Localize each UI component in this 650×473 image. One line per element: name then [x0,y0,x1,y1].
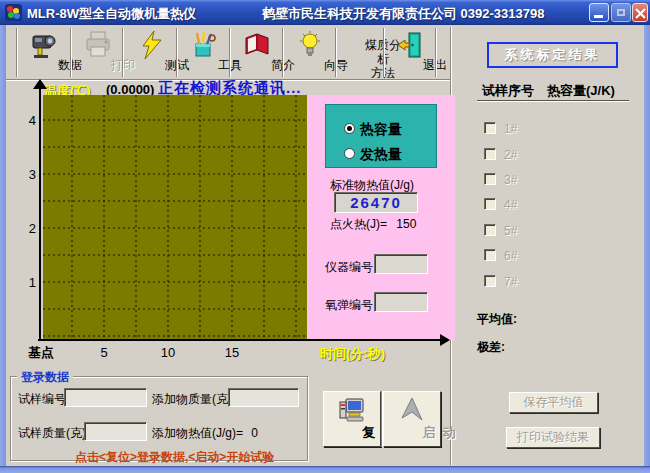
start-button[interactable]: 启 动 [383,391,441,447]
toolbar-button-test[interactable]: 测试 [124,28,177,77]
checkbox-icon [484,275,496,287]
instrument-no-label: 仪器编号 [325,259,373,276]
print-results-button[interactable]: 打印试验结果 [506,427,600,448]
ignition-heat-row: 点火热(J)= 150 [330,216,416,233]
ignition-heat-value: 150 [396,217,416,231]
additive-mass-input[interactable] [228,388,299,407]
titlebar: MLR-8W型全自动微机量热仪 鹤壁市民生科技开发有限责任公司 0392-331… [0,0,650,25]
radio-label: 热容量 [360,121,402,139]
toolbar-button-wizard[interactable]: 向导 [284,28,336,77]
checkbox-icon [484,249,496,261]
close-icon [635,8,646,19]
y-tick: 1 [16,275,36,290]
radio-unselected-icon [344,148,355,159]
y-axis-line [39,88,41,340]
mode-selector-box: 热容量 发热量 [325,104,437,168]
additive-heat-label: 添加物热值(J/g)= [152,426,243,440]
x-axis-line [38,339,442,341]
reset-button[interactable]: 复 位 [323,391,381,447]
y-tick: 3 [16,167,36,182]
bomb-no-label: 氧弹编号 [325,297,373,314]
checkbox-icon [484,173,496,185]
sample-mass-label: 试样质量(克) [18,425,86,442]
standard-heat-value-field[interactable]: 26470 [334,192,418,213]
y-tick: 4 [16,113,36,128]
login-data-title: 登录数据 [17,369,73,386]
sample-mass-input[interactable] [84,422,147,441]
checkbox-icon [484,122,496,134]
radio-label: 发热量 [360,146,402,164]
tools-icon [190,30,218,60]
save-average-button[interactable]: 保存平均值 [509,392,598,413]
origin-label: 基点 [28,344,54,362]
range-label: 极差: [477,339,505,356]
sample-no-label: 试样编号 [18,391,66,408]
sample-label: 2# [504,148,517,162]
header-underline [477,100,629,102]
maximize-button[interactable] [611,3,631,22]
close-button[interactable] [632,3,648,22]
book-icon [243,30,271,60]
minimize-button[interactable] [589,3,609,22]
y-axis-arrow-icon [33,79,47,89]
toolbar-button-intro[interactable]: 简介 [231,28,283,77]
toolbar-separator [435,28,437,77]
window-border-left [0,25,6,466]
column-header-sample: 试样序号 [482,82,534,100]
toolbar-button-exit[interactable]: 退出 [385,28,435,77]
sample-label: 4# [504,198,517,212]
sample-label: 5# [504,224,517,238]
sample-label: 6# [504,249,517,263]
ignition-heat-label: 点火热(J)= [330,217,387,231]
x-tick: 10 [159,345,177,360]
x-axis-title: 时间(分:秒) [320,345,385,363]
x-tick: 15 [223,345,241,360]
additive-mass-label: 添加物质量(克) [152,391,232,408]
additive-heat-row: 添加物热值(J/g)= 0 [152,425,258,442]
toolbar-button-tools[interactable]: 工具 [178,28,230,77]
start-button-label: 启 动 [412,424,468,442]
bomb-no-input[interactable] [374,292,428,312]
toolbar-button-data[interactable]: 数据 [18,28,70,77]
instrument-no-input[interactable] [374,254,428,274]
plot-area [43,95,307,340]
average-label: 平均值: [477,311,517,328]
exit-door-icon [396,30,424,60]
x-tick: 5 [95,345,113,360]
printer-icon [84,30,112,60]
sample-label: 7# [504,275,517,289]
computer-icon [338,396,366,424]
wizard-bulb-icon [296,30,324,60]
y-tick: 2 [16,221,36,236]
calibration-title: 系统标定结果 [487,42,618,68]
sample-no-input[interactable] [64,388,147,407]
additive-heat-value: 0 [251,426,258,440]
radio-selected-icon [344,123,355,134]
minimize-icon [594,15,603,18]
sample-label: 3# [504,173,517,187]
checkbox-icon [484,224,496,236]
app-icon [5,4,22,21]
sample-label: 1# [504,122,517,136]
window-title: MLR-8W型全自动微机量热仪 [27,5,196,23]
window-border-right [644,25,650,466]
window-company-text: 鹤壁市民生科技开发有限责任公司 0392-3313798 [262,5,544,23]
graph-grid [43,95,307,340]
app-window: MLR-8W型全自动微机量热仪 鹤壁市民生科技开发有限责任公司 0392-331… [0,0,650,473]
window-border-bottom [0,466,650,473]
checkbox-icon [484,148,496,160]
operation-hint: 点击<复位>登录数据,<启动>开始试验 [75,449,274,466]
start-arrow-icon [398,396,426,424]
toolbar-button-print[interactable]: 打印 [72,28,123,77]
column-header-capacity: 热容量(J/K) [547,82,615,100]
checkbox-icon [484,198,496,210]
toolbar-button-coal-analysis[interactable]: 煤质分析 方法 [337,28,383,77]
x-axis-arrow-icon [440,334,450,346]
maximize-icon [617,9,625,16]
lightning-icon [137,30,165,60]
camera-icon [30,30,58,60]
